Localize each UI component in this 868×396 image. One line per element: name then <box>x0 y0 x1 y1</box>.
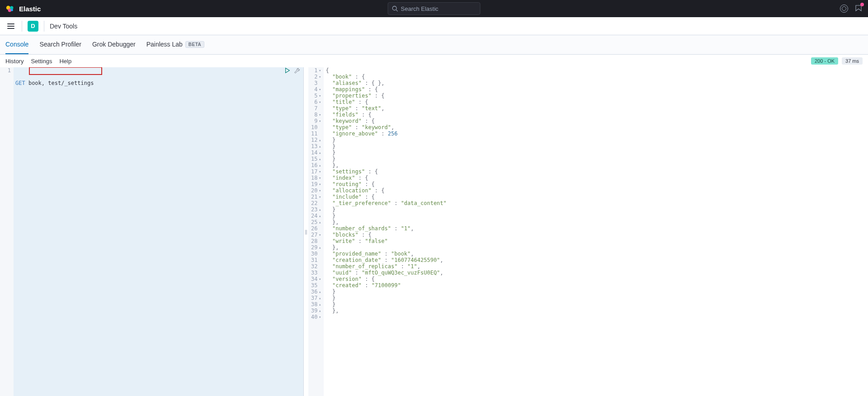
gutter-line: 17▾ <box>311 168 321 175</box>
gutter-line: 27▾ <box>311 232 321 238</box>
gutter-line: 20▾ <box>311 187 321 194</box>
gutter-line: 35 <box>311 282 321 289</box>
code-line: "uuid" : "mftO_quWQ3ec_vuzFsU0EQ", <box>326 270 866 276</box>
gutter-line: 29▴ <box>311 244 321 251</box>
help-link[interactable]: Help <box>59 58 71 65</box>
gutter-line: 22 <box>311 200 321 206</box>
request-gutter: 1 <box>0 67 14 396</box>
response-viewer[interactable]: { "book" : { "aliases" : { }, "mappings"… <box>324 67 868 396</box>
code-line: } <box>326 301 866 307</box>
header-right <box>840 4 863 14</box>
gutter-line: 13▴ <box>311 143 321 149</box>
code-line: }, <box>326 162 866 168</box>
response-pane[interactable]: 1▾2▾34▾5▾6▾78▾9▾101112▴13▴14▴15▴16▴17▾18… <box>308 67 868 396</box>
svg-line-5 <box>396 10 398 12</box>
divider <box>22 21 22 32</box>
gutter-line: 39▴ <box>311 307 321 314</box>
tab-grok-debugger[interactable]: Grok Debugger <box>92 35 136 54</box>
gutter-line: 23▴ <box>311 206 321 213</box>
gutter-line: 32 <box>311 263 321 270</box>
tab-painless-label: Painless Lab <box>146 41 183 48</box>
gutter-line: 11 <box>311 130 321 137</box>
gutter-line: 7 <box>311 105 321 112</box>
request-editor[interactable]: GET book, test/_settings <box>14 67 303 396</box>
global-search[interactable]: Search Elastic <box>388 2 481 15</box>
top-header: Elastic Search Elastic <box>0 0 868 17</box>
request-actions <box>284 67 300 74</box>
gutter-line: 2▾ <box>311 74 321 80</box>
beta-badge: BETA <box>185 41 204 48</box>
send-request-button[interactable] <box>284 67 291 74</box>
code-line: "index" : { <box>326 175 866 181</box>
request-path: book, test/_settings <box>25 80 94 86</box>
tab-painless-lab[interactable]: Painless Lab BETA <box>146 35 205 54</box>
code-line: "created" : "7100099" <box>326 282 866 289</box>
svg-point-4 <box>392 6 396 10</box>
code-line: "ignore_above" : 256 <box>326 130 866 137</box>
code-line: } <box>326 295 866 301</box>
gutter-line: 38▴ <box>311 301 321 307</box>
code-line: "version" : { <box>326 276 866 282</box>
sub-header: D Dev Tools <box>0 17 868 35</box>
search-icon <box>392 5 398 12</box>
code-line: "number_of_replicas" : "1", <box>326 263 866 270</box>
newsfeed-icon[interactable] <box>854 4 863 14</box>
code-line: }, <box>326 307 866 314</box>
gutter-line: 34▾ <box>311 276 321 282</box>
tab-console[interactable]: Console <box>5 35 28 54</box>
code-line: } <box>326 213 866 219</box>
settings-link[interactable]: Settings <box>31 58 52 65</box>
search-placeholder: Search Elastic <box>401 5 439 12</box>
code-line: } <box>326 156 866 162</box>
gutter-line: 25▴ <box>311 219 321 225</box>
code-line: "keyword" : { <box>326 118 866 124</box>
gutter-line: 10 <box>311 124 321 130</box>
response-gutter: 1▾2▾34▾5▾6▾78▾9▾101112▴13▴14▴15▴16▴17▾18… <box>308 67 324 396</box>
gutter-line: 8▾ <box>311 112 321 118</box>
request-pane[interactable]: 1 GET book, test/_settings <box>0 67 304 396</box>
svg-point-3 <box>11 9 13 11</box>
gutter-line: 28 <box>311 238 321 244</box>
code-line: "write" : "false" <box>326 238 866 244</box>
space-selector[interactable]: D <box>28 21 38 32</box>
pane-splitter[interactable]: ‖ <box>304 67 308 396</box>
gutter-line: 31 <box>311 257 321 263</box>
brand-label: Elastic <box>19 5 41 13</box>
tab-search-profiler[interactable]: Search Profiler <box>39 35 81 54</box>
code-line: } <box>326 206 866 213</box>
code-line: "book" : { <box>326 74 866 80</box>
time-badge: 37 ms <box>842 57 863 65</box>
code-line: "_tier_preference" : "data_content" <box>326 200 866 206</box>
code-line: { <box>326 67 866 74</box>
code-line: "creation_date" : "1607746425590", <box>326 257 866 263</box>
code-line: "properties" : { <box>326 93 866 99</box>
help-icon[interactable] <box>840 5 848 13</box>
code-line: "title" : { <box>326 99 866 105</box>
gutter-line: 12▴ <box>311 137 321 143</box>
gutter-line: 19▾ <box>311 181 321 187</box>
code-line: }, <box>326 219 866 225</box>
notification-dot-icon <box>860 3 864 6</box>
gutter-line: 30 <box>311 251 321 257</box>
logo-cluster[interactable]: Elastic <box>5 4 41 13</box>
code-line: } <box>326 149 866 156</box>
gutter-line: 21▾ <box>311 194 321 200</box>
request-options-button[interactable] <box>293 67 300 74</box>
gutter-line: 24▴ <box>311 213 321 219</box>
code-line: "fields" : { <box>326 112 866 118</box>
code-line: } <box>326 137 866 143</box>
nav-toggle-button[interactable] <box>5 22 16 31</box>
gutter-line: 37▴ <box>311 295 321 301</box>
tab-bar: Console Search Profiler Grok Debugger Pa… <box>0 35 868 55</box>
code-line <box>326 314 866 320</box>
gutter-line: 36▴ <box>311 289 321 295</box>
elastic-logo-icon <box>5 4 14 13</box>
gutter-line: 18▾ <box>311 175 321 181</box>
gutter-line: 33 <box>311 270 321 276</box>
gutter-line: 16▴ <box>311 162 321 168</box>
code-line: "aliases" : { }, <box>326 80 866 86</box>
code-line: "mappings" : { <box>326 86 866 93</box>
code-line: "type" : "keyword", <box>326 124 866 130</box>
history-link[interactable]: History <box>5 58 24 65</box>
breadcrumb[interactable]: Dev Tools <box>50 23 77 30</box>
